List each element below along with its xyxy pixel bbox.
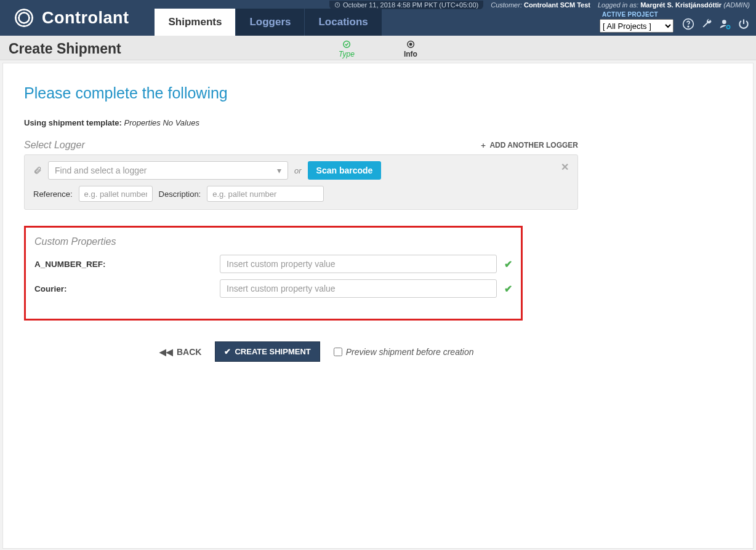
logger-row-meta: Reference: Description: xyxy=(33,186,569,202)
custom-property-row: Courier: ✔ xyxy=(34,279,512,298)
check-icon: ✔ xyxy=(224,347,231,356)
chevron-down-icon: ▾ xyxy=(277,165,281,175)
action-bar: ◀◀ BACK ✔ CREATE SHIPMENT Preview shipme… xyxy=(159,341,732,362)
help-icon[interactable] xyxy=(682,18,694,30)
loggedin-label: Logged in as: xyxy=(598,1,638,9)
wrench-icon[interactable] xyxy=(701,18,713,30)
logger-select-placeholder: Find and select a logger xyxy=(55,165,147,175)
brand-text: Controlant xyxy=(42,9,129,28)
step-type[interactable]: Type xyxy=(339,40,355,58)
logger-section-title: Select Logger xyxy=(24,140,85,151)
check-icon: ✔ xyxy=(504,283,512,295)
customer-label: Customer: xyxy=(491,1,522,9)
create-shipment-button[interactable]: ✔ CREATE SHIPMENT xyxy=(215,341,320,362)
double-chevron-left-icon: ◀◀ xyxy=(159,347,173,357)
step-info-label: Info xyxy=(404,50,417,58)
svg-point-7 xyxy=(409,43,412,46)
back-label: BACK xyxy=(177,347,201,357)
description-label: Description: xyxy=(159,189,201,199)
add-another-logger-button[interactable]: ＋ ADD ANOTHER LOGGER xyxy=(480,140,578,151)
back-button[interactable]: ◀◀ BACK xyxy=(159,347,201,357)
user-name: Margrét S. Kristjánsdóttir xyxy=(640,1,722,9)
logger-row-main: Find and select a logger ▾ or Scan barco… xyxy=(33,161,569,180)
main-content: Please complete the following Using ship… xyxy=(2,63,754,549)
wizard-steps: Type Info xyxy=(339,40,417,58)
brand[interactable]: Controlant xyxy=(0,0,142,36)
add-logger-label: ADD ANOTHER LOGGER xyxy=(489,141,578,149)
step-type-label: Type xyxy=(339,50,355,58)
scan-barcode-button[interactable]: Scan barcode xyxy=(308,161,382,180)
create-label: CREATE SHIPMENT xyxy=(235,347,310,356)
logger-box: ✕ Find and select a logger ▾ or Scan bar… xyxy=(24,154,578,210)
user-role: (ADMIN) xyxy=(723,1,750,9)
preview-checkbox-wrap[interactable]: Preview shipment before creation xyxy=(334,347,474,357)
clock-icon xyxy=(334,2,340,8)
plus-icon: ＋ xyxy=(480,140,487,151)
template-value: Properties No Values xyxy=(124,118,199,127)
svg-point-3 xyxy=(722,20,726,24)
custom-properties-title: Custom Properties xyxy=(34,236,512,247)
custom-property-label: Courier: xyxy=(34,284,212,293)
power-icon[interactable] xyxy=(738,18,750,30)
subheader: Create Shipment Type Info xyxy=(0,36,756,60)
custom-property-input[interactable] xyxy=(220,255,497,273)
target-icon xyxy=(406,40,415,49)
custom-property-label: A_NUMBER_REF: xyxy=(34,260,212,269)
user-settings-icon[interactable] xyxy=(719,18,731,30)
active-project-label: ACTIVE PROJECT xyxy=(602,11,658,18)
logger-header: Select Logger ＋ ADD ANOTHER LOGGER xyxy=(24,140,578,151)
svg-point-2 xyxy=(688,26,689,27)
page-title: Create Shipment xyxy=(9,41,121,57)
brand-icon xyxy=(14,7,34,28)
preview-label: Preview shipment before creation xyxy=(346,347,474,357)
logger-select[interactable]: Find and select a logger ▾ xyxy=(48,161,288,180)
section-heading: Please complete the following xyxy=(24,84,732,102)
attachment-icon xyxy=(33,166,42,175)
reference-label: Reference: xyxy=(33,189,73,199)
custom-properties-box: Custom Properties A_NUMBER_REF: ✔ Courie… xyxy=(24,226,523,321)
check-circle-icon xyxy=(342,40,351,49)
datetime-badge: October 11, 2018 4:58 PM PKT (UTC+05:00) xyxy=(329,1,483,9)
tab-locations[interactable]: Locations xyxy=(305,9,382,36)
topbar-icons xyxy=(682,18,750,33)
topbar: October 11, 2018 4:58 PM PKT (UTC+05:00)… xyxy=(0,0,756,36)
template-label: Using shipment template: xyxy=(24,118,122,127)
active-project: ACTIVE PROJECT [ All Projects ] xyxy=(600,11,674,33)
customer-name: Controlant SCM Test xyxy=(524,1,590,9)
tab-shipments[interactable]: Shipments xyxy=(155,9,236,36)
datetime-text: October 11, 2018 4:58 PM PKT (UTC+05:00) xyxy=(343,1,478,9)
template-line: Using shipment template: Properties No V… xyxy=(24,118,732,127)
custom-property-input[interactable] xyxy=(220,279,497,298)
check-icon: ✔ xyxy=(504,258,512,270)
user-block: Logged in as: Margrét S. Kristjánsdóttir… xyxy=(598,1,750,9)
custom-property-row: A_NUMBER_REF: ✔ xyxy=(34,255,512,273)
description-input[interactable] xyxy=(207,186,324,202)
tab-loggers[interactable]: Loggers xyxy=(236,9,305,36)
topbar-utility: October 11, 2018 4:58 PM PKT (UTC+05:00)… xyxy=(329,0,750,10)
step-info[interactable]: Info xyxy=(404,40,417,58)
reference-input[interactable] xyxy=(79,186,153,202)
close-icon[interactable]: ✕ xyxy=(561,161,569,173)
project-select[interactable]: [ All Projects ] xyxy=(600,19,674,33)
preview-checkbox[interactable] xyxy=(334,348,342,356)
or-text: or xyxy=(294,166,302,175)
customer-block: Customer: Controlant SCM Test xyxy=(491,1,590,9)
svg-point-4 xyxy=(726,25,730,28)
